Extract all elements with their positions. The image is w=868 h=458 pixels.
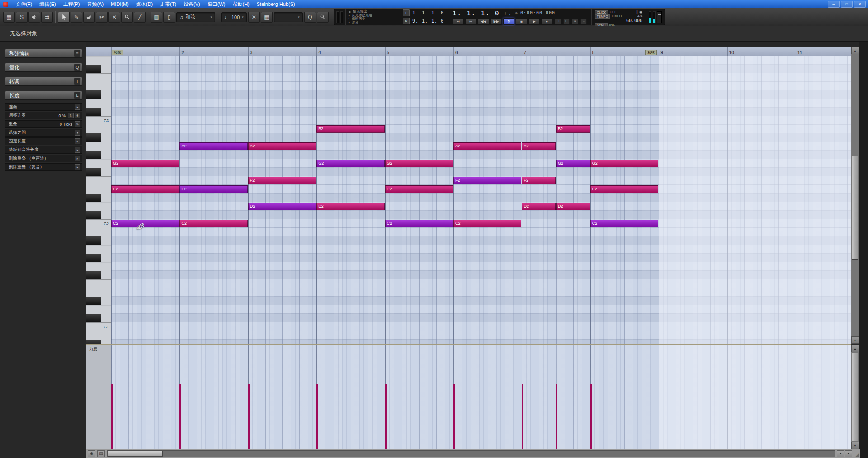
midi-note[interactable]: E2 (111, 185, 179, 193)
midi-note[interactable]: C2 (385, 220, 453, 227)
line-tool[interactable]: ╱ (134, 12, 146, 23)
close-button[interactable]: ✕ (854, 1, 866, 8)
row-delete-overlaps-mono[interactable]: 删除重叠 （单声道）▸ (5, 155, 82, 162)
midi-note[interactable]: C2 (111, 220, 179, 227)
piano-key-D#1[interactable] (86, 297, 111, 305)
menu-item-6[interactable]: 走带(T) (156, 0, 180, 8)
velocity-bar[interactable] (179, 384, 181, 449)
midi-note[interactable]: D2 (248, 203, 316, 210)
midi-note[interactable]: C2 (590, 220, 658, 227)
section-transpose-icon[interactable]: T (74, 78, 81, 85)
piano-key-E1[interactable] (86, 288, 111, 297)
step-input-button[interactable]: ✕ (248, 12, 260, 23)
scroll-up-icon[interactable]: ▲ (851, 47, 859, 54)
piano-key-G#1[interactable] (86, 254, 111, 262)
row-adjust-legato[interactable]: 调整连奏0 %⇅✱ (5, 112, 82, 119)
piano-key-C3[interactable]: C3 (86, 116, 111, 125)
object-selection-tool[interactable] (58, 12, 70, 23)
record-option-3[interactable]: ▸混音 (349, 21, 396, 24)
scrollbar-thumb[interactable] (852, 156, 858, 260)
velocity-scrollbar-thumb[interactable] (852, 353, 858, 441)
menu-item-2[interactable]: 工程(P) (60, 0, 84, 8)
piano-key-A2[interactable] (86, 142, 111, 151)
editor-search-button[interactable] (317, 12, 329, 23)
piano-key-B0[interactable] (86, 331, 111, 340)
section-length-icon[interactable]: L (74, 92, 81, 99)
goto-start-button[interactable]: ↤ (453, 18, 464, 25)
piano-key-C#2[interactable] (86, 211, 111, 219)
rewind-button[interactable]: ◀◀ (478, 18, 489, 25)
velocity-bar[interactable] (316, 384, 318, 449)
piano-key-D#3[interactable] (86, 90, 111, 99)
locator-right-badge[interactable]: R (403, 18, 410, 24)
piano-key-F3[interactable] (86, 73, 111, 82)
scroll-down-icon[interactable]: ▼ (851, 336, 859, 344)
midi-note[interactable]: B2 (556, 125, 590, 133)
midi-note[interactable]: D2 (522, 203, 556, 210)
vertical-scrollbar[interactable]: ▲ ▼ ▲ ▼ (851, 47, 859, 449)
section-quantize[interactable]: 量化Q (5, 63, 82, 72)
locator-left-badge[interactable]: L (403, 9, 410, 16)
menu-item-3[interactable]: 音频(A) (83, 0, 107, 8)
locator-left[interactable]: L1. 1. 1. 0 (403, 9, 444, 16)
goto-end-button[interactable]: ↦ (465, 18, 476, 25)
piano-key-F#2[interactable] (86, 168, 111, 176)
autoscroll-button[interactable]: ⇉ (41, 12, 53, 23)
midi-note[interactable]: G2 (111, 160, 179, 167)
nudge-right-button[interactable]: ⊢ (563, 19, 570, 24)
piano-key-B2[interactable] (86, 125, 111, 133)
midi-note[interactable]: E2 (179, 185, 247, 193)
horizontal-scroll-track[interactable] (107, 450, 835, 457)
draw-tool[interactable]: ✎ (71, 12, 82, 23)
note-display-grid[interactable]: C2E2G2C2E2A2D2F2A2D2G2B2C2E2G2C2F2A2D2F2… (111, 56, 851, 344)
piano-key-G#2[interactable] (86, 151, 111, 159)
play-button[interactable]: ▶ (528, 18, 540, 25)
section-length[interactable]: 长度L (5, 91, 82, 100)
piano-key-B1[interactable] (86, 228, 111, 236)
output-fader[interactable] (657, 11, 662, 23)
section-chord-editing-icon[interactable]: ≡ (74, 50, 81, 57)
midi-note[interactable]: A2 (522, 142, 556, 150)
velocity-scroll-up-icon[interactable]: ▲ (851, 345, 859, 352)
piano-key-G1[interactable] (86, 262, 111, 271)
menu-item-7[interactable]: 设备(V) (180, 0, 204, 8)
menu-item-9[interactable]: 帮助(H) (229, 0, 253, 8)
row-between-selected[interactable]: 选择之间▾ (5, 129, 82, 137)
piano-key-F2[interactable] (86, 176, 111, 185)
midi-note[interactable]: C2 (453, 220, 521, 227)
maximize-button[interactable]: □ (841, 1, 853, 8)
independent-loop-button[interactable]: ⊕ (88, 450, 95, 457)
part-end-tag[interactable]: 和弦 (645, 50, 657, 55)
apply-icon[interactable]: ▸ (75, 147, 80, 153)
caret-icon[interactable]: ▾ (75, 130, 80, 136)
menu-item-0[interactable]: 文件(F) (12, 0, 36, 8)
erase-tool[interactable] (83, 12, 95, 23)
piano-key-C2[interactable]: C2 (86, 219, 111, 228)
row-pedals-to-note-length[interactable]: 踏板到音符长度▸ (5, 146, 82, 154)
midi-note[interactable]: A2 (179, 142, 247, 150)
section-transpose[interactable]: 转调T (5, 77, 82, 86)
part-start-tag[interactable]: 和弦 (112, 50, 123, 55)
apply-icon[interactable]: ▸ (75, 156, 80, 161)
scroll-right-icon[interactable]: ▸ (845, 450, 852, 457)
piano-key-A#2[interactable] (86, 133, 111, 142)
piano-key-A#1[interactable] (86, 236, 111, 245)
velocity-bar[interactable] (590, 384, 592, 449)
midi-note[interactable]: G2 (385, 160, 453, 167)
section-chord-editing[interactable]: 和弦编辑≡ (5, 49, 82, 58)
section-quantize-icon[interactable]: Q (74, 64, 81, 71)
midi-note[interactable]: B2 (316, 125, 384, 133)
piano-key-D3[interactable] (86, 99, 111, 108)
event-list-button[interactable]: ▤ (97, 450, 105, 457)
piano-key-D2[interactable] (86, 202, 111, 211)
gear-icon[interactable]: ✱ (75, 113, 80, 118)
iterative-quantize-button[interactable]: Q (304, 12, 316, 23)
menu-item-8[interactable]: 窗口(W) (204, 0, 229, 8)
window-layout-button[interactable]: ▦ (3, 12, 15, 23)
midi-note[interactable]: F2 (522, 177, 556, 184)
row-legato[interactable]: 连奏▸ (5, 103, 82, 111)
piano-key-G3[interactable] (86, 56, 111, 65)
apply-icon[interactable]: ▸ (75, 104, 80, 110)
timeline-ruler[interactable]: 234567891011和弦和弦 (111, 47, 851, 56)
snap-button[interactable]: ▦ (261, 12, 273, 23)
